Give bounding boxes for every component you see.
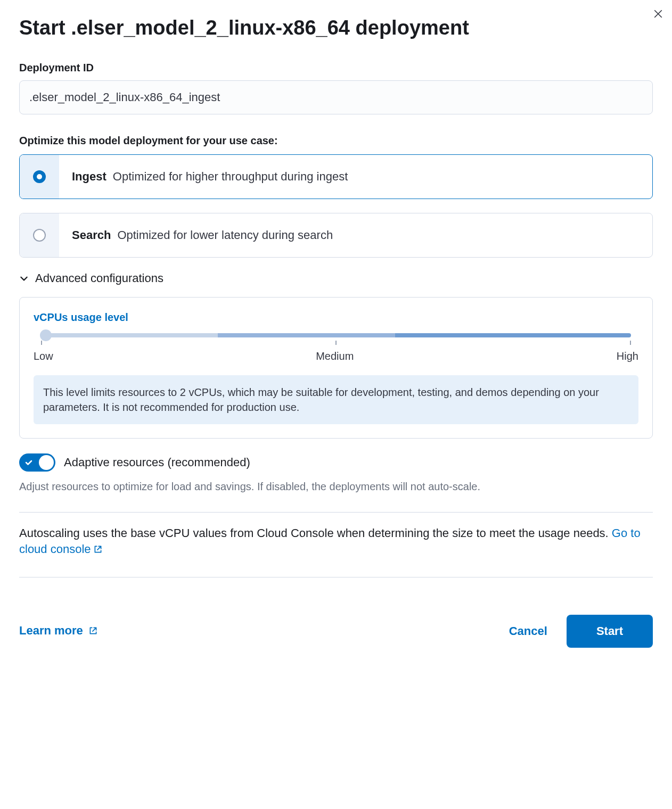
slider-thumb[interactable] (40, 329, 52, 341)
slider-labels: Low Medium High (34, 350, 638, 362)
autoscaling-note: Autoscaling uses the base vCPU values fr… (19, 525, 653, 559)
vcpu-panel: vCPUs usage level Low Medium High This l… (19, 297, 653, 439)
radio-card-search[interactable]: Search Optimized for lower latency durin… (19, 213, 653, 258)
radio-indicator-ingest (20, 155, 59, 199)
slider-ticks (41, 341, 631, 345)
adaptive-resources-toggle[interactable] (19, 453, 55, 472)
slider-label-low: Low (34, 350, 53, 362)
divider (19, 577, 653, 577)
adaptive-resources-label: Adaptive resources (recommended) (64, 456, 250, 469)
radio-content-search: Search Optimized for lower latency durin… (59, 213, 346, 257)
chevron-down-icon (19, 274, 29, 283)
check-icon (24, 458, 33, 467)
divider (19, 512, 653, 513)
slider-track (41, 333, 631, 337)
radio-card-ingest[interactable]: Ingest Optimized for higher throughput d… (19, 154, 653, 199)
radio-circle-icon (33, 170, 46, 183)
external-link-icon (88, 625, 98, 639)
autoscaling-text: Autoscaling uses the base vCPU values fr… (19, 526, 612, 540)
radio-circle-icon (33, 229, 46, 242)
external-link-icon (93, 542, 103, 559)
vcpu-usage-label: vCPUs usage level (34, 311, 638, 324)
adaptive-resources-help: Adjust resources to optimize for load an… (19, 479, 653, 494)
radio-title-ingest: Ingest (72, 170, 106, 184)
modal-footer: Learn more Cancel Start (19, 615, 653, 648)
close-button[interactable] (652, 7, 665, 20)
radio-title-search: Search (72, 228, 111, 242)
optimize-label: Optimize this model deployment for your … (19, 135, 653, 147)
advanced-config-toggle[interactable]: Advanced configurations (19, 271, 653, 285)
deployment-id-input[interactable] (19, 80, 653, 114)
vcpu-slider[interactable] (34, 333, 638, 345)
modal-title: Start .elser_model_2_linux-x86_64 deploy… (19, 16, 653, 40)
toggle-knob (39, 455, 54, 470)
radio-indicator-search (20, 213, 59, 257)
learn-more-link[interactable]: Learn more (19, 624, 98, 639)
advanced-config-label: Advanced configurations (35, 271, 163, 285)
close-icon (653, 9, 663, 19)
slider-label-medium: Medium (316, 350, 354, 362)
radio-desc-search: Optimized for lower latency during searc… (117, 228, 333, 242)
radio-desc-ingest: Optimized for higher throughput during i… (113, 170, 348, 184)
radio-content-ingest: Ingest Optimized for higher throughput d… (59, 155, 360, 199)
deployment-id-label: Deployment ID (19, 62, 653, 74)
slider-label-high: High (617, 350, 638, 362)
vcpu-callout: This level limits resources to 2 vCPUs, … (34, 375, 638, 424)
start-button[interactable]: Start (567, 615, 653, 648)
cancel-button[interactable]: Cancel (505, 616, 552, 647)
